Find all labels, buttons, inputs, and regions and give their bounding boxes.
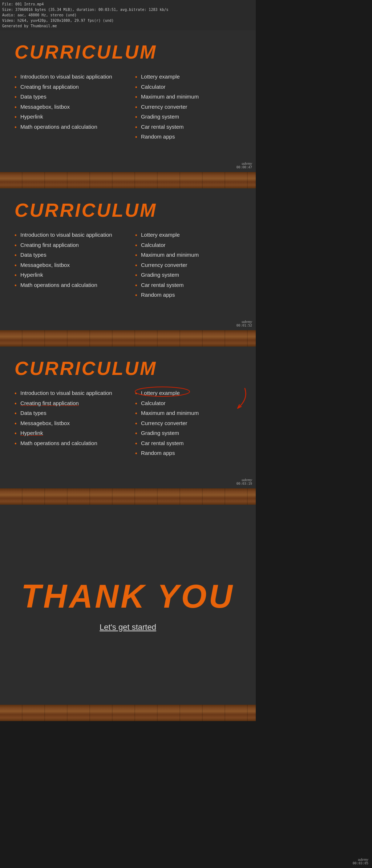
slide3-udemy-mark: udemy 00:03:19: [236, 477, 252, 485]
slide-1: CURRICULUM Introduction to visual basic …: [0, 30, 256, 172]
slide3-title: CURRICULUM: [15, 357, 241, 379]
list-item: Random apps: [135, 448, 241, 458]
file-info-line1: File: 001 Intro.mp4: [2, 1, 254, 7]
slide2-left-list: Introduction to visual basic application…: [15, 230, 121, 289]
slide2-udemy-mark: udemy 00:01:52: [236, 319, 252, 327]
file-info-line2: Size: 37060016 bytes (35.34 MiB), durati…: [2, 7, 254, 12]
wood-floor-4: [0, 705, 256, 721]
list-item: Data types: [15, 92, 121, 101]
list-item: Currency converter: [135, 419, 241, 428]
slide2-left-col: Introduction to visual basic application…: [15, 230, 121, 300]
slide-3: CURRICULUM Introduction to visual basic …: [0, 347, 256, 488]
slide3-timestamp: 00:03:19: [236, 482, 252, 485]
list-item: Introduction to visual basic application: [15, 72, 121, 81]
list-item: Maximum and minimum: [135, 250, 241, 260]
slide1-timestamp: 00:00:47: [236, 165, 252, 169]
wood-floor-3: [0, 488, 256, 505]
list-item: Math operations and calculation: [15, 439, 121, 448]
slide2-columns: Introduction to visual basic application…: [15, 230, 241, 300]
list-item: Calculator: [135, 240, 241, 250]
slide1-udemy-mark: udemy 00:00:47: [236, 161, 252, 169]
list-item: Messagebox, listbox: [15, 102, 121, 112]
slide1-left-list: Introduction to visual basic application…: [15, 72, 121, 131]
slide2-timestamp: 00:01:52: [236, 324, 252, 327]
list-item: Lottery example: [135, 72, 241, 81]
list-item: Random apps: [135, 132, 241, 141]
list-item: Messagebox, listbox: [15, 419, 121, 428]
slide2-right-list: Lottery example Calculator Maximum and m…: [135, 230, 241, 300]
slide1-title: CURRICULUM: [15, 41, 241, 63]
list-item: Lottery example: [135, 230, 241, 240]
wood-floor-2: [0, 330, 256, 347]
slide1-left-col: Introduction to visual basic application…: [15, 72, 121, 142]
slide3-udemy-label: udemy: [242, 477, 252, 482]
list-item: Maximum and minimum: [135, 92, 241, 101]
list-item: Creating first application: [15, 240, 121, 250]
list-item: Calculator: [135, 82, 241, 92]
file-info-line3: Audio: aac, 48000 Hz, stereo (und): [2, 12, 254, 18]
lets-get-started-text: Let's get started: [100, 623, 156, 632]
file-info-line5: Generated by Thumbnail.me: [2, 23, 254, 29]
annotation-big-arrow: [216, 385, 252, 414]
list-item: Currency converter: [135, 102, 241, 112]
list-item: Introduction to visual basic application: [15, 388, 121, 398]
list-item: Grading system: [135, 112, 241, 121]
slide3-columns: Introduction to visual basic application…: [15, 388, 241, 459]
list-item: Creating first application: [15, 82, 121, 92]
slide2-title: CURRICULUM: [15, 199, 241, 221]
list-item: Grading system: [135, 270, 241, 280]
list-item: Hyperlink: [15, 428, 121, 438]
slide2-udemy-label: udemy: [242, 319, 252, 324]
svg-point-0: [135, 387, 190, 396]
list-item: Math operations and calculation: [15, 280, 121, 290]
file-info-line4: Video: h264, yuv420p, 1920x1080, 29.97 f…: [2, 18, 254, 23]
list-item: Introduction to visual basic application: [15, 230, 121, 240]
list-item: Creating first application: [15, 399, 121, 408]
list-item: Currency converter: [135, 260, 241, 270]
list-item: Messagebox, listbox: [15, 260, 121, 270]
slide3-left-col: Introduction to visual basic application…: [15, 388, 121, 459]
list-item: Grading system: [135, 428, 241, 438]
slide1-right-list: Lottery example Calculator Maximum and m…: [135, 72, 241, 141]
slide1-right-col: Lottery example Calculator Maximum and m…: [135, 72, 241, 142]
slide1-columns: Introduction to visual basic application…: [15, 72, 241, 142]
list-item: Data types: [15, 408, 121, 418]
thank-you-title: THANK YOU: [21, 578, 234, 615]
slide-2: CURRICULUM Introduction to visual basic …: [0, 188, 256, 330]
wood-floor-1: [0, 172, 256, 188]
slide2-right-col: Lottery example Calculator Maximum and m…: [135, 230, 241, 300]
file-info-bar: File: 001 Intro.mp4 Size: 37060016 bytes…: [0, 0, 256, 30]
list-item: Data types: [15, 250, 121, 260]
annotation-circle-lottery: [133, 386, 191, 397]
thank-you-slide: THANK YOU Let's get started udemy 00:03:…: [0, 505, 256, 705]
list-item: Car rental system: [135, 439, 241, 448]
list-item: Hyperlink: [15, 270, 121, 280]
slide3-left-list: Introduction to visual basic application…: [15, 388, 121, 448]
list-item: Hyperlink: [15, 112, 121, 121]
slide1-udemy-label: udemy: [242, 161, 252, 165]
list-item: Car rental system: [135, 280, 241, 290]
list-item: Car rental system: [135, 122, 241, 132]
list-item: Math operations and calculation: [15, 122, 121, 132]
list-item: Random apps: [135, 290, 241, 300]
